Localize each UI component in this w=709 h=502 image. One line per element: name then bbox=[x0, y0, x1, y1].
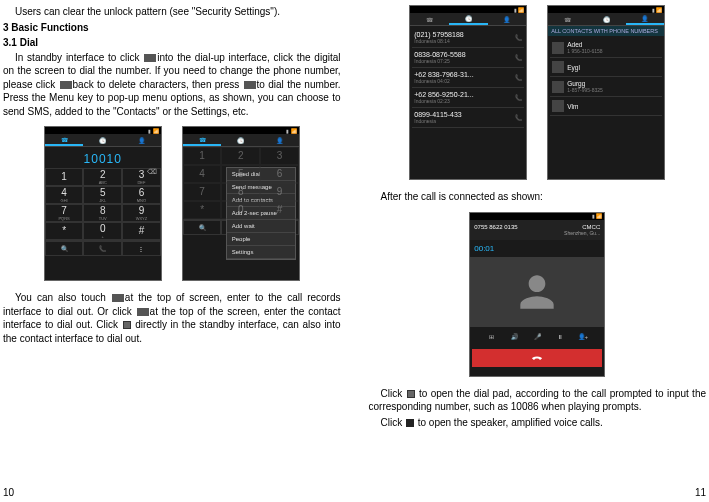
key-4[interactable]: 4GHI bbox=[45, 186, 84, 204]
right-page: ▮ 📶 ☎ 🕓 👤 (021) 57958188Indonesia 08:14📞… bbox=[355, 0, 710, 502]
dial-icon bbox=[244, 81, 256, 89]
left-page: Users can clear the unlock pattern (see … bbox=[0, 0, 355, 502]
tab-recent-icon[interactable]: 🕓 bbox=[449, 13, 488, 25]
call-icon[interactable]: 📞 bbox=[515, 74, 522, 81]
tab-dial-icon[interactable]: ☎ bbox=[45, 134, 84, 146]
recent-tab-icon bbox=[112, 294, 124, 302]
contacts-app-icon bbox=[123, 321, 131, 329]
incall-header: 0755 8622 0135 CMCCShenzhen, Gu... bbox=[470, 220, 604, 240]
t1c: back to delete characters, then press bbox=[73, 79, 240, 90]
tab-contacts-icon[interactable]: 👤 bbox=[488, 13, 527, 25]
tab-recent-icon[interactable]: 🕓 bbox=[587, 13, 626, 25]
intro-text: Users can clear the unlock pattern (see … bbox=[3, 5, 341, 19]
status-bar: ▮ 📶 bbox=[45, 127, 161, 134]
dialpad-open-para: Click to open the dial pad, according to… bbox=[369, 387, 707, 414]
log-contacts-row: ▮ 📶 ☎ 🕓 👤 (021) 57958188Indonesia 08:14📞… bbox=[369, 5, 707, 180]
key-1[interactable]: 1 bbox=[45, 168, 84, 186]
dial-screenshots-row: ▮ 📶 ☎ 🕓 👤 10010 ⌫ 1 2ABC 3DEF 4GHI 5JKL … bbox=[3, 126, 341, 281]
call-icon[interactable]: 📞 bbox=[515, 94, 522, 101]
heading-dial: 3.1 Dial bbox=[3, 36, 341, 50]
call-log-list: (021) 57958188Indonesia 08:14📞 0838-0876… bbox=[410, 26, 526, 130]
contact-entry[interactable]: Eygl bbox=[550, 58, 662, 77]
avatar-icon bbox=[552, 100, 564, 112]
t4b: to open the speaker, amplified voice cal… bbox=[415, 417, 603, 428]
dialer-menu-screenshot: ▮ 📶 ☎ 🕓 👤 Speed dial Send message Add to… bbox=[182, 126, 300, 281]
avatar-icon bbox=[552, 42, 564, 54]
incall-screenshot: ▮ 📶 0755 8622 0135 CMCCShenzhen, Gu... 0… bbox=[469, 212, 605, 377]
dialpad-icon bbox=[407, 390, 415, 398]
backspace-icon bbox=[60, 81, 72, 89]
menu-add-wait[interactable]: Add wait bbox=[227, 220, 295, 233]
contact-entry[interactable]: Aded1 956-310-6158 bbox=[550, 38, 662, 58]
tab-bar: ☎ 🕓 👤 bbox=[45, 134, 161, 147]
t3a: Click bbox=[381, 388, 403, 399]
key-hash[interactable]: # bbox=[122, 222, 161, 240]
log-entry[interactable]: 0899-4115-433Indonesia📞 bbox=[412, 108, 524, 128]
after-call-text: After the call is connected as shown: bbox=[369, 190, 707, 204]
t3b: to open the dial pad, according to the c… bbox=[369, 388, 707, 413]
call-icon[interactable]: 📞 bbox=[515, 54, 522, 61]
mute-icon[interactable]: 🎤 bbox=[531, 331, 543, 343]
page-number-right: 11 bbox=[695, 487, 706, 498]
call-button-icon[interactable]: 📞 bbox=[83, 241, 122, 256]
key-5[interactable]: 5JKL bbox=[83, 186, 122, 204]
contacts-list: Aded1 956-310-6158 Eygl Gurgg1-857-995-8… bbox=[548, 36, 664, 118]
avatar-icon bbox=[552, 81, 564, 93]
log-entry[interactable]: +62 838-7968-31...Indonesia 04:02📞 bbox=[412, 68, 524, 88]
tab-contacts-icon[interactable]: 👤 bbox=[260, 134, 299, 146]
call-icon[interactable]: 📞 bbox=[515, 34, 522, 41]
dialer-screenshot: ▮ 📶 ☎ 🕓 👤 10010 ⌫ 1 2ABC 3DEF 4GHI 5JKL … bbox=[44, 126, 162, 281]
key-8[interactable]: 8TUV bbox=[83, 204, 122, 222]
log-entry[interactable]: +62 856-9250-21...Indonesia 02:23📞 bbox=[412, 88, 524, 108]
add-call-icon[interactable]: 👤+ bbox=[577, 331, 589, 343]
t4a: Click bbox=[381, 417, 403, 428]
incall-city: Shenzhen, Gu... bbox=[564, 230, 600, 236]
speaker-icon[interactable]: 🔊 bbox=[508, 331, 520, 343]
log-entry[interactable]: 0838-0876-5588Indonesia 07:25📞 bbox=[412, 48, 524, 68]
clear-icon[interactable]: ⌫ bbox=[147, 168, 157, 176]
more-icon[interactable]: ⋮ bbox=[122, 241, 161, 256]
tab-recent-icon[interactable]: 🕓 bbox=[83, 134, 122, 146]
t1a: In standby interface to click bbox=[15, 52, 140, 63]
menu-settings[interactable]: Settings bbox=[227, 246, 295, 259]
call-icon[interactable]: 📞 bbox=[515, 114, 522, 121]
hangup-button[interactable] bbox=[472, 349, 602, 367]
incall-actions: ⊞ 🔊 🎤 ⏸ 👤+ bbox=[470, 327, 604, 347]
dial-para-2: You can also touch at the top of screen,… bbox=[3, 291, 341, 345]
speaker-open-para: Click to open the speaker, amplified voi… bbox=[369, 416, 707, 430]
contact-entry[interactable]: Vlm bbox=[550, 97, 662, 116]
heading-basic: 3 Basic Functions bbox=[3, 21, 341, 35]
key-star[interactable]: * bbox=[45, 222, 84, 240]
key-6[interactable]: 6MNO bbox=[122, 186, 161, 204]
status-bar: ▮ 📶 bbox=[183, 127, 299, 134]
key-2[interactable]: 2ABC bbox=[83, 168, 122, 186]
call-timer: 00:01 bbox=[470, 240, 604, 257]
phone-icon bbox=[144, 54, 156, 62]
search-icon[interactable]: 🔍 bbox=[45, 241, 84, 256]
key-7[interactable]: 7PQRS bbox=[45, 204, 84, 222]
caller-avatar bbox=[470, 257, 604, 327]
incall-number: 0755 8622 0135 bbox=[474, 224, 517, 236]
tab-dial-icon[interactable]: ☎ bbox=[183, 134, 222, 146]
contacts-tab-icon bbox=[137, 308, 149, 316]
t2a: You can also touch bbox=[15, 292, 106, 303]
tab-contacts-icon[interactable]: 👤 bbox=[122, 134, 161, 146]
hold-icon[interactable]: ⏸ bbox=[554, 331, 566, 343]
menu-people[interactable]: People bbox=[227, 233, 295, 246]
tab-recent-icon[interactable]: 🕓 bbox=[221, 134, 260, 146]
contact-entry[interactable]: Gurgg1-857-995-8325 bbox=[550, 77, 662, 97]
tab-dial-icon[interactable]: ☎ bbox=[548, 13, 587, 25]
speaker-icon bbox=[406, 419, 414, 427]
tab-contacts-icon[interactable]: 👤 bbox=[626, 13, 665, 25]
keypad: 1 2ABC 3DEF 4GHI 5JKL 6MNO 7PQRS 8TUV 9W… bbox=[45, 168, 161, 240]
dial-para-1: In standby interface to click into the d… bbox=[3, 51, 341, 119]
incall-row: ▮ 📶 0755 8622 0135 CMCCShenzhen, Gu... 0… bbox=[369, 212, 707, 377]
log-entry[interactable]: (021) 57958188Indonesia 08:14📞 bbox=[412, 28, 524, 48]
key-9[interactable]: 9WXYZ bbox=[122, 204, 161, 222]
key-0[interactable]: 0+ bbox=[83, 222, 122, 240]
contacts-header: ALL CONTACTS WITH PHONE NUMBERS bbox=[548, 26, 664, 36]
dialed-number: 10010 bbox=[45, 147, 161, 168]
call-log-screenshot: ▮ 📶 ☎ 🕓 👤 (021) 57958188Indonesia 08:14📞… bbox=[409, 5, 527, 180]
dialpad-icon[interactable]: ⊞ bbox=[486, 331, 498, 343]
tab-dial-icon[interactable]: ☎ bbox=[410, 13, 449, 25]
